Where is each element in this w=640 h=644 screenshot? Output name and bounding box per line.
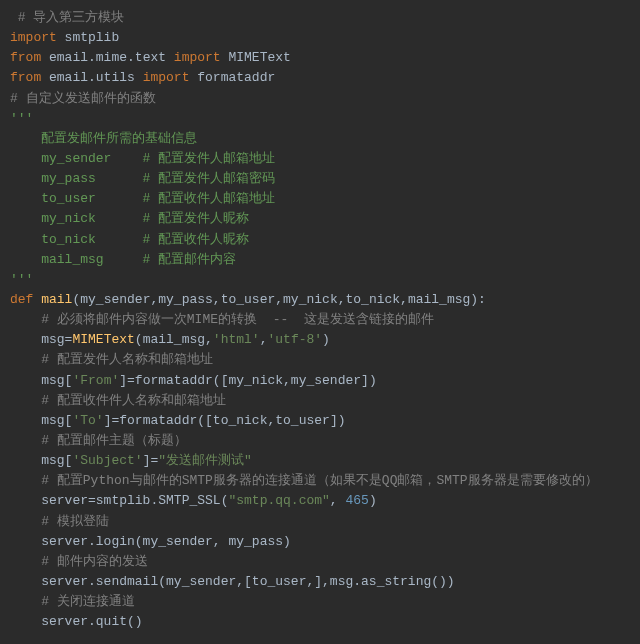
code-token: [10, 473, 41, 488]
code-token: mail_msg # 配置邮件内容: [10, 252, 236, 267]
code-token: from: [10, 50, 49, 65]
code-token: ]=formataddr([my_nick,my_sender]): [119, 373, 376, 388]
code-line: server.quit(): [10, 612, 630, 632]
code-line: # 配置收件件人名称和邮箱地址: [10, 391, 630, 411]
code-line: my_sender # 配置发件人邮箱地址: [10, 149, 630, 169]
code-token: server.quit(): [10, 614, 143, 629]
code-line: from email.mime.text import MIMEText: [10, 48, 630, 68]
code-token: from: [10, 70, 49, 85]
code-token: ,: [330, 493, 346, 508]
code-token: msg[: [10, 453, 72, 468]
code-block: # 导入第三方模块import smtplibfrom email.mime.t…: [0, 0, 640, 640]
code-token: to_nick # 配置收件人昵称: [10, 232, 249, 247]
code-token: import: [10, 30, 65, 45]
code-token: import: [174, 50, 229, 65]
code-token: 'From': [72, 373, 119, 388]
code-token: email.utils: [49, 70, 143, 85]
code-token: [10, 393, 41, 408]
code-line: mail_msg # 配置邮件内容: [10, 250, 630, 270]
code-token: # 自定义发送邮件的函数: [10, 91, 156, 106]
code-line: from email.utils import formataddr: [10, 68, 630, 88]
code-line: msg=MIMEText(mail_msg,'html','utf-8'): [10, 330, 630, 350]
code-line: server.login(my_sender, my_pass): [10, 532, 630, 552]
code-token: ): [322, 332, 330, 347]
code-line: # 导入第三方模块: [10, 8, 630, 28]
code-token: [10, 352, 41, 367]
code-token: msg=: [10, 332, 72, 347]
code-token: # 邮件内容的发送: [41, 554, 148, 569]
code-token: import: [143, 70, 198, 85]
code-token: 'Subject': [72, 453, 142, 468]
code-line: # 自定义发送邮件的函数: [10, 89, 630, 109]
code-token: ]=: [143, 453, 159, 468]
code-token: [10, 433, 41, 448]
code-token: [10, 514, 41, 529]
code-token: mail: [41, 292, 72, 307]
code-token: [10, 554, 41, 569]
code-line: server=smtplib.SMTP_SSL("smtp.qq.com", 4…: [10, 491, 630, 511]
code-line: ''': [10, 109, 630, 129]
code-line: def mail(my_sender,my_pass,to_user,my_ni…: [10, 290, 630, 310]
code-token: # 关闭连接通道: [41, 594, 135, 609]
code-token: my_sender # 配置发件人邮箱地址: [10, 151, 275, 166]
code-line: # 邮件内容的发送: [10, 552, 630, 572]
code-token: ''': [10, 272, 33, 287]
code-token: [10, 594, 41, 609]
code-token: msg[: [10, 373, 72, 388]
code-token: formataddr: [197, 70, 275, 85]
code-line: msg['From']=formataddr([my_nick,my_sende…: [10, 371, 630, 391]
code-token: # 模拟登陆: [41, 514, 109, 529]
code-line: # 配置邮件主题（标题）: [10, 431, 630, 451]
code-token: # 配置Python与邮件的SMTP服务器的连接通道（如果不是QQ邮箱，SMTP…: [41, 473, 597, 488]
code-token: # 配置发件人名称和邮箱地址: [41, 352, 213, 367]
code-line: my_pass # 配置发件人邮箱密码: [10, 169, 630, 189]
code-token: email.mime.text: [49, 50, 174, 65]
code-token: to_user # 配置收件人邮箱地址: [10, 191, 275, 206]
code-token: msg[: [10, 413, 72, 428]
code-line: # 关闭连接通道: [10, 592, 630, 612]
code-line: 配置发邮件所需的基础信息: [10, 129, 630, 149]
code-line: # 配置发件人名称和邮箱地址: [10, 350, 630, 370]
code-token: [10, 10, 18, 25]
code-token: my_pass # 配置发件人邮箱密码: [10, 171, 275, 186]
code-token: ''': [10, 111, 33, 126]
code-token: 'utf-8': [267, 332, 322, 347]
code-token: ): [369, 493, 377, 508]
code-token: [10, 312, 41, 327]
code-line: to_nick # 配置收件人昵称: [10, 230, 630, 250]
code-token: smtplib: [65, 30, 120, 45]
code-line: # 必须将邮件内容做一次MIME的转换 -- 这是发送含链接的邮件: [10, 310, 630, 330]
code-token: 配置发邮件所需的基础信息: [10, 131, 197, 146]
code-token: server.login(my_sender, my_pass): [10, 534, 291, 549]
code-line: msg['To']=formataddr([to_nick,to_user]): [10, 411, 630, 431]
code-token: # 必须将邮件内容做一次MIME的转换 -- 这是发送含链接的邮件: [41, 312, 434, 327]
code-line: # 配置Python与邮件的SMTP服务器的连接通道（如果不是QQ邮箱，SMTP…: [10, 471, 630, 491]
code-token: "发送邮件测试": [158, 453, 252, 468]
code-token: 'html': [213, 332, 260, 347]
code-line: msg['Subject']="发送邮件测试": [10, 451, 630, 471]
code-token: 'To': [72, 413, 103, 428]
code-line: my_nick # 配置发件人昵称: [10, 209, 630, 229]
code-line: server.sendmail(my_sender,[to_user,],msg…: [10, 572, 630, 592]
code-token: (my_sender,my_pass,to_user,my_nick,to_ni…: [72, 292, 485, 307]
code-token: # 配置邮件主题（标题）: [41, 433, 187, 448]
code-line: import smtplib: [10, 28, 630, 48]
code-token: MIMEText: [228, 50, 290, 65]
code-token: MIMEText: [72, 332, 134, 347]
code-token: server=smtplib.SMTP_SSL(: [10, 493, 228, 508]
code-token: server.sendmail(my_sender,[to_user,],msg…: [10, 574, 455, 589]
code-token: my_nick # 配置发件人昵称: [10, 211, 249, 226]
code-token: # 配置收件件人名称和邮箱地址: [41, 393, 226, 408]
code-token: # 导入第三方模块: [18, 10, 125, 25]
code-token: (mail_msg,: [135, 332, 213, 347]
code-token: def: [10, 292, 41, 307]
code-line: # 模拟登陆: [10, 512, 630, 532]
code-token: "smtp.qq.com": [228, 493, 329, 508]
code-line: ''': [10, 270, 630, 290]
code-token: ]=formataddr([to_nick,to_user]): [104, 413, 346, 428]
code-token: 465: [345, 493, 368, 508]
code-line: to_user # 配置收件人邮箱地址: [10, 189, 630, 209]
